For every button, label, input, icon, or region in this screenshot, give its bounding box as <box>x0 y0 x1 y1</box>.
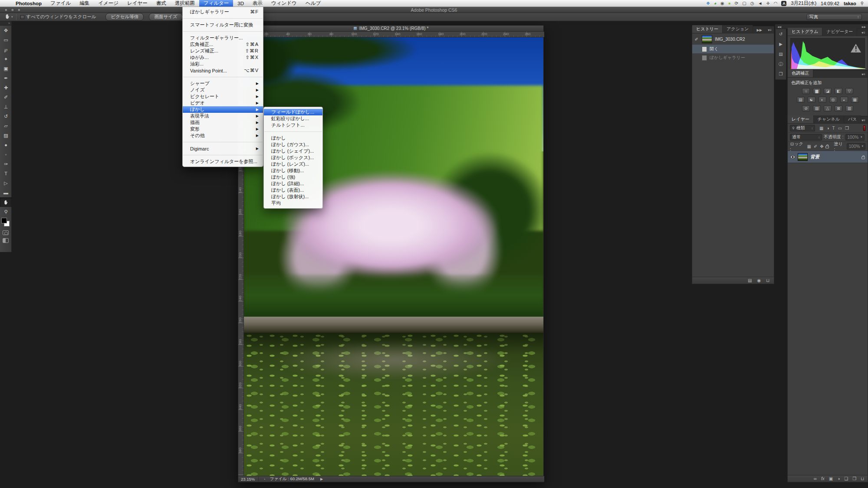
layer-visibility-eye-icon[interactable] <box>790 155 795 159</box>
panel-menu-icon[interactable]: ▾≡ <box>768 28 774 33</box>
blur-submenu-item-ぼかし (放射状)...[interactable]: ぼかし (放射状)... <box>264 193 322 200</box>
tab-レイヤー[interactable]: レイヤー <box>788 115 814 123</box>
panel-menu-icon[interactable]: ▾≡ <box>861 72 868 77</box>
gradient-map-icon[interactable]: ▥ <box>845 105 853 111</box>
filter-shape-layers-icon[interactable]: ▭ <box>838 126 842 131</box>
blur-submenu-item-フィールドぼかし...[interactable]: フィールドぼかし... <box>264 109 322 115</box>
scroll-all-windows-checkbox[interactable] <box>20 15 24 19</box>
layer-row-background[interactable]: 背景 <box>788 151 868 163</box>
selective-color-icon[interactable]: ⊠ <box>835 105 842 111</box>
collapse-left-icon[interactable]: ◀◀ <box>777 25 781 28</box>
filter-menu-item-ゆがみ...[interactable]: ゆがみ...⇧⌘X <box>183 54 263 61</box>
menubar-item-表示[interactable]: 表示 <box>248 0 267 7</box>
blur-submenu-item-ぼかし (ガウス)...[interactable]: ぼかし (ガウス)... <box>264 141 322 148</box>
brush-tool[interactable]: ✐ <box>0 92 12 102</box>
filter-menu-item-スマートフィルター用に変換[interactable]: スマートフィルター用に変換 <box>183 22 263 28</box>
new-adjustment-layer-icon[interactable]: ◑ <box>837 476 840 481</box>
new-snapshot-icon[interactable]: ◉ <box>757 278 761 283</box>
input-source-icon[interactable]: A <box>781 1 786 6</box>
minimize-button[interactable] <box>11 8 14 12</box>
posterize-icon[interactable]: ▨ <box>813 105 821 111</box>
menubar-item-3D[interactable]: 3D <box>233 0 248 7</box>
delete-state-icon[interactable]: ⊔ <box>766 278 769 283</box>
volume-icon[interactable]: ◄ <box>758 1 762 6</box>
blur-submenu-item-ぼかし (詳細)...[interactable]: ぼかし (詳細)... <box>264 180 322 187</box>
black-white-icon[interactable]: ◐ <box>819 97 826 103</box>
menubar-item-フィルター[interactable]: フィルター <box>199 0 233 7</box>
history-brush-tool[interactable]: ↺ <box>0 111 12 121</box>
blur-submenu-item-ぼかし (レンズ)...[interactable]: ぼかし (レンズ)... <box>264 161 322 167</box>
lock-all-icon[interactable] <box>825 146 829 148</box>
eyedropper-tool[interactable]: ✒ <box>0 73 12 83</box>
fill-dropdown[interactable]: 100% ▾ <box>847 143 865 150</box>
tab-チャンネル[interactable]: チャンネル <box>814 115 844 123</box>
blur-submenu-item-ぼかし (ボックス)...[interactable]: ぼかし (ボックス)... <box>264 154 322 161</box>
zoom-button[interactable] <box>17 8 21 12</box>
vibrance-icon[interactable]: ▽ <box>845 88 853 94</box>
layer-filter-kind-dropdown[interactable]: ⚲ 種類 ↕ <box>790 125 815 131</box>
invert-icon[interactable]: ⊘ <box>802 105 810 111</box>
foreground-color-swatch[interactable] <box>1 218 7 223</box>
filter-menu-item-広角補正...[interactable]: 広角補正...⇧⌘A <box>183 41 263 48</box>
delete-layer-icon[interactable]: ⊔ <box>861 476 864 481</box>
app-swirl-icon[interactable]: ◉ <box>720 1 724 6</box>
actions-panel-icon[interactable]: ▶ <box>776 39 786 49</box>
history-collapse-icon[interactable]: ▶▶ <box>757 28 764 33</box>
time-machine-icon[interactable]: ◷ <box>750 1 754 6</box>
link-layers-icon[interactable]: ∞ <box>814 476 817 481</box>
curves-icon[interactable]: ◪ <box>824 88 832 94</box>
lock-pixels-icon[interactable]: ✐ <box>814 144 817 149</box>
filter-menu-item-ぼかし[interactable]: ぼかし▶ <box>183 106 263 113</box>
options-button-1[interactable]: 画面サイズ <box>149 13 182 21</box>
tool-preset-dropdown-icon[interactable]: ▾ <box>11 15 13 19</box>
collapse-right-icon[interactable]: ▶▶ <box>862 25 866 28</box>
properties-panel-icon[interactable]: ▤ <box>776 49 786 59</box>
close-button[interactable] <box>4 8 8 12</box>
dodge-tool[interactable]: ◦ <box>0 150 12 159</box>
menubar-item-Photoshop[interactable]: Photoshop <box>11 0 46 7</box>
spotlight-icon[interactable]: ⚲ <box>861 1 864 6</box>
filter-menu-item-フィルターギャラリー...[interactable]: フィルターギャラリー... <box>183 35 263 41</box>
filter-menu-item-表現手法[interactable]: 表現手法▶ <box>183 113 263 119</box>
lock-position-icon[interactable]: ✥ <box>820 144 823 149</box>
new-layer-icon[interactable]: ❐ <box>852 476 856 481</box>
panel-menu-icon[interactable]: ▾≡ <box>861 31 868 36</box>
photo-filter-icon[interactable]: ◎ <box>829 97 837 103</box>
tab-アクション[interactable]: アクション <box>723 25 753 33</box>
hand-tool[interactable] <box>0 197 12 207</box>
menubar-item-レイヤー[interactable]: レイヤー <box>123 0 152 7</box>
filter-menu-item-その他[interactable]: その他▶ <box>183 132 263 139</box>
new-document-from-state-icon[interactable]: ▤ <box>748 278 752 283</box>
blur-tool[interactable]: ● <box>0 140 12 150</box>
panel-menu-icon[interactable]: ▾≡ <box>861 118 868 123</box>
filter-menu-item-ノイズ[interactable]: ノイズ▶ <box>183 87 263 93</box>
quick-selection-tool[interactable]: ✦ <box>0 54 12 64</box>
blend-mode-dropdown[interactable]: 通常 ↕ <box>790 134 822 141</box>
filter-menu-item-Digimarc[interactable]: Digimarc▶ <box>183 145 263 152</box>
tab-adjustments[interactable]: 色調補正 <box>788 69 813 77</box>
marquee-tool[interactable]: ▭ <box>0 35 12 45</box>
clone-source-panel-icon[interactable]: ❐ <box>776 69 786 79</box>
path-selection-tool[interactable]: ▷ <box>0 178 12 188</box>
levels-icon[interactable]: ▆ <box>813 88 821 94</box>
blur-submenu-item-ぼかし (移動)...[interactable]: ぼかし (移動)... <box>264 167 322 174</box>
blur-submenu-item-ぼかし (表面)...[interactable]: ぼかし (表面)... <box>264 187 322 193</box>
tab-ナビゲーター[interactable]: ナビゲーター <box>822 28 857 36</box>
history-state-ぼかしギャラリー[interactable]: ぼかしギャラリー <box>692 53 774 62</box>
filter-menu-item-変形[interactable]: 変形▶ <box>183 126 263 132</box>
filter-type-layers-icon[interactable]: T <box>832 126 835 131</box>
tab-ヒストグラム[interactable]: ヒストグラム <box>788 28 822 36</box>
opacity-dropdown[interactable]: 100% ▾ <box>845 134 865 141</box>
crop-tool[interactable]: ▣ <box>0 64 12 73</box>
tab-ヒストリー[interactable]: ヒストリー <box>692 25 723 33</box>
threshold-icon[interactable]: △ <box>824 105 832 111</box>
zoom-tool[interactable]: ⚲ <box>0 207 12 216</box>
new-group-icon[interactable]: ❏ <box>844 476 848 481</box>
filter-menu-item-レンズ補正...[interactable]: レンズ補正...⇧⌘R <box>183 48 263 54</box>
move-tool[interactable]: ✥ <box>0 26 12 35</box>
filter-menu-item-ビデオ[interactable]: ビデオ▶ <box>183 100 263 106</box>
history-panel-icon[interactable]: ↺ <box>776 29 786 39</box>
layer-thumbnail[interactable] <box>798 153 808 161</box>
filter-pixel-layers-icon[interactable]: ▦ <box>819 126 823 131</box>
menubar-item-ヘルプ[interactable]: ヘルプ <box>301 0 325 7</box>
